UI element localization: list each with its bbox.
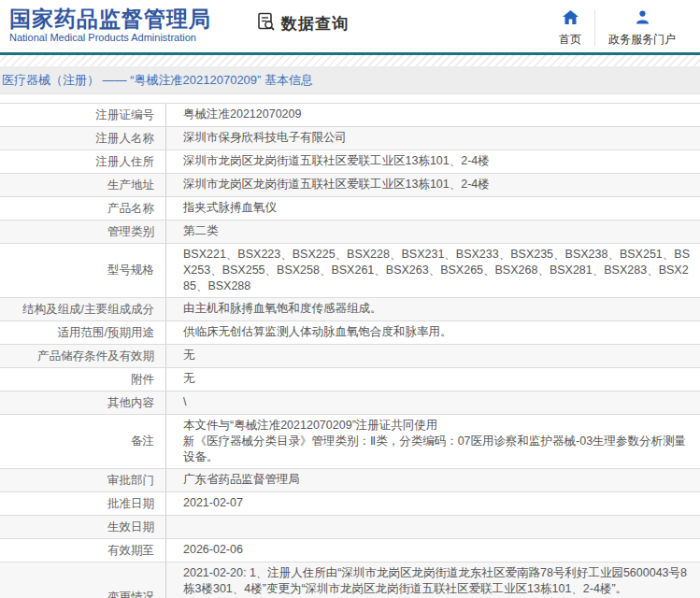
table-row: 备注本文件与“粤械注准20212070209”注册证共同使用新《医疗器械分类目录… bbox=[0, 415, 700, 469]
row-value-text: 深圳市保身欣科技电子有限公司 bbox=[183, 130, 693, 146]
row-value-text: 广东省药品监督管理局 bbox=[183, 472, 693, 488]
row-label: 批准日期 bbox=[0, 492, 166, 515]
table-row: 适用范围/预期用途供临床无创估算监测人体动脉血氧饱合度和脉率用。 bbox=[0, 321, 700, 345]
row-value-text: 深圳市龙岗区龙岗街道五联社区爱联工业区13栋101、2-4楼 bbox=[183, 177, 693, 192]
row-value: 无 bbox=[166, 345, 700, 367]
table-row: 注册证编号粤械注准20212070209 bbox=[0, 104, 700, 127]
nav-home-label: 首页 bbox=[559, 32, 581, 48]
row-label: 管理类别 bbox=[0, 221, 166, 243]
data-query-button[interactable]: 数据查询 bbox=[256, 11, 349, 36]
row-label: 结构及组成/主要组成成分 bbox=[0, 298, 166, 320]
table-row: 审批部门广东省药品监督管理局 bbox=[0, 469, 700, 492]
row-label: 注册人名称 bbox=[0, 127, 166, 150]
row-label: 注册证编号 bbox=[0, 104, 166, 126]
row-value: 2021-02-20: 1、注册人住所由“深圳市龙岗区龙岗街道龙东社区爱南路78… bbox=[166, 562, 700, 598]
row-label-text: 审批部门 bbox=[107, 473, 154, 489]
row-value: 深圳市龙岗区龙岗街道五联社区爱联工业区13栋101、2-4楼 bbox=[166, 150, 700, 173]
row-value: 深圳市保身欣科技电子有限公司 bbox=[166, 127, 700, 150]
row-value-text: 2021-02-07 bbox=[183, 495, 693, 511]
row-value bbox=[166, 516, 700, 538]
row-value: 本文件与“粤械注准20212070209”注册证共同使用新《医疗器械分类目录》管… bbox=[166, 415, 700, 468]
table-row: 有效期至2026-02-06 bbox=[0, 539, 700, 562]
content-gap bbox=[0, 94, 700, 103]
stripe-band bbox=[0, 55, 700, 66]
row-value: 第二类 bbox=[166, 221, 700, 243]
row-value-text: 粤械注准20212070209 bbox=[183, 107, 693, 122]
header-nav: 首页 政务服务门户 bbox=[546, 8, 689, 50]
table-row: 生产地址深圳市龙岗区龙岗街道五联社区爱联工业区13栋101、2-4楼 bbox=[0, 174, 700, 197]
row-value: 2021-02-07 bbox=[166, 492, 700, 515]
row-value-text: 无 bbox=[183, 371, 693, 387]
row-value: 2026-02-06 bbox=[166, 539, 700, 562]
row-value: 深圳市龙岗区龙岗街道五联社区爱联工业区13栋101、2-4楼 bbox=[166, 174, 700, 196]
nmpa-logo[interactable]: 国家药品监督管理局 National Medical Products Admi… bbox=[9, 7, 211, 44]
row-value-text: BSX221、BSX223、BSX225、BSX228、BSX231、BSX23… bbox=[183, 247, 693, 294]
row-label-text: 变更情况 bbox=[107, 590, 154, 598]
row-label-text: 管理类别 bbox=[107, 224, 154, 240]
site-header: 国家药品监督管理局 National Medical Products Admi… bbox=[0, 0, 700, 52]
table-row: 批准日期2021-02-07 bbox=[0, 492, 700, 516]
row-label: 产品储存条件及有效期 bbox=[0, 345, 166, 367]
row-label: 适用范围/预期用途 bbox=[0, 321, 166, 344]
row-label-text: 有效期至 bbox=[107, 543, 154, 559]
row-label-text: 批准日期 bbox=[107, 496, 154, 512]
row-value-text: 深圳市龙岗区龙岗街道五联社区爱联工业区13栋101、2-4楼 bbox=[183, 153, 693, 169]
row-label-text: 结构及组成/主要组成成分 bbox=[22, 302, 154, 318]
row-label-text: 产品名称 bbox=[107, 201, 154, 217]
row-label-text: 型号规格 bbox=[107, 263, 154, 278]
document-search-icon bbox=[256, 11, 277, 36]
row-label: 审批部门 bbox=[0, 469, 166, 491]
row-label: 附件 bbox=[0, 368, 166, 391]
row-value-text: 第二类 bbox=[183, 223, 693, 239]
row-label: 生效日期 bbox=[0, 516, 166, 538]
row-label-text: 生产地址 bbox=[107, 178, 154, 193]
row-value: 供临床无创估算监测人体动脉血氧饱合度和脉率用。 bbox=[166, 321, 700, 344]
nav-portal-label: 政务服务门户 bbox=[608, 32, 676, 48]
table-row: 注册人住所深圳市龙岗区龙岗街道五联社区爱联工业区13栋101、2-4楼 bbox=[0, 150, 700, 174]
row-label: 备注 bbox=[0, 415, 166, 468]
table-row: 其他内容\ bbox=[0, 392, 700, 415]
table-row: 管理类别第二类 bbox=[0, 221, 700, 244]
row-value-text: 指夹式脉搏血氧仪 bbox=[183, 200, 693, 216]
row-label-text: 生效日期 bbox=[107, 520, 154, 535]
row-label: 生产地址 bbox=[0, 174, 166, 196]
row-value-line: 新《医疗器械分类目录》管理类别：Ⅱ类，分类编码：07医用诊察和监护器械-03生理… bbox=[183, 434, 693, 465]
row-label: 型号规格 bbox=[0, 244, 166, 297]
logo-title: 国家药品监督管理局 bbox=[9, 7, 211, 31]
table-row: 产品储存条件及有效期无 bbox=[0, 345, 700, 368]
row-value: 由主机和脉搏血氧饱和度传感器组成。 bbox=[166, 298, 700, 320]
row-value: 粤械注准20212070209 bbox=[166, 104, 700, 126]
row-label: 有效期至 bbox=[0, 539, 166, 562]
table-row: 结构及组成/主要组成成分由主机和脉搏血氧饱和度传感器组成。 bbox=[0, 298, 700, 321]
row-label-text: 适用范围/预期用途 bbox=[58, 325, 154, 341]
table-row: 附件无 bbox=[0, 368, 700, 392]
row-value-text bbox=[183, 519, 693, 534]
row-value-line: 2021-02-20: 1、注册人住所由“深圳市龙岗区龙岗街道龙东社区爱南路78… bbox=[183, 565, 693, 597]
home-icon bbox=[563, 10, 579, 28]
row-label: 其他内容 bbox=[0, 392, 166, 414]
user-icon bbox=[636, 10, 650, 28]
row-label-text: 附件 bbox=[131, 372, 154, 388]
row-label: 产品名称 bbox=[0, 197, 166, 220]
data-query-label: 数据查询 bbox=[281, 13, 349, 35]
row-label: 变更情况 bbox=[0, 562, 166, 598]
row-label-text: 备注 bbox=[131, 434, 154, 449]
row-label-text: 注册人名称 bbox=[96, 131, 155, 147]
row-value-line: 本文件与“粤械注准20212070209”注册证共同使用 bbox=[183, 418, 693, 434]
breadcrumb: 医疗器械（注册） —— “粤械注准20212070209” 基本信息 bbox=[0, 66, 700, 94]
row-label-text: 注册证编号 bbox=[96, 107, 155, 123]
row-value-text: 无 bbox=[183, 348, 693, 363]
logo-subtitle: National Medical Products Administration bbox=[9, 31, 211, 44]
table-row: 生效日期 bbox=[0, 516, 700, 539]
row-label-text: 产品储存条件及有效期 bbox=[37, 349, 154, 364]
row-value: 指夹式脉搏血氧仪 bbox=[166, 197, 700, 220]
nav-home[interactable]: 首页 bbox=[546, 8, 594, 50]
row-label-text: 注册人住所 bbox=[96, 154, 155, 170]
row-value-text: 由主机和脉搏血氧饱和度传感器组成。 bbox=[183, 301, 693, 317]
row-value-text: 2026-02-06 bbox=[183, 542, 693, 558]
info-table: 注册证编号粤械注准20212070209注册人名称深圳市保身欣科技电子有限公司注… bbox=[0, 103, 700, 598]
breadcrumb-text: 医疗器械（注册） —— “粤械注准20212070209” 基本信息 bbox=[2, 73, 313, 87]
nav-portal[interactable]: 政务服务门户 bbox=[595, 8, 689, 50]
table-row: 产品名称指夹式脉搏血氧仪 bbox=[0, 197, 700, 221]
row-value-text: 供临床无创估算监测人体动脉血氧饱合度和脉率用。 bbox=[183, 324, 693, 340]
